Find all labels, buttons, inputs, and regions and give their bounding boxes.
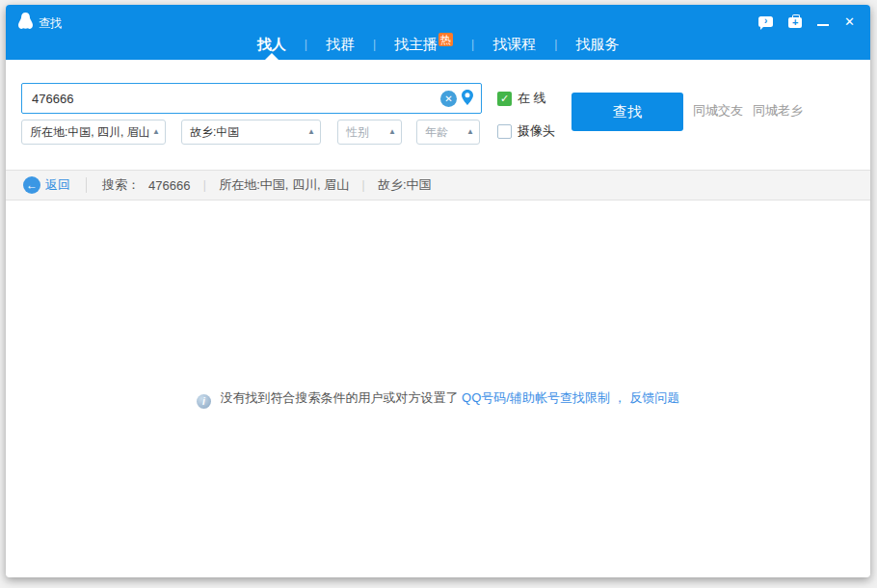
feedback-icon[interactable]: › bbox=[758, 16, 773, 27]
summary-location: 所在地:中国, 四川, 眉山 bbox=[219, 176, 349, 194]
close-icon[interactable]: ✕ bbox=[844, 14, 855, 29]
online-checkbox-label: 在 线 bbox=[518, 90, 546, 107]
checkbox-checked-icon[interactable]: ✓ bbox=[497, 92, 512, 106]
summary-label: 搜索： bbox=[102, 176, 140, 194]
vertical-divider bbox=[86, 177, 87, 193]
dropdown-arrow-icon: ▲ bbox=[388, 120, 396, 144]
minimize-icon[interactable] bbox=[817, 16, 829, 26]
empty-text: 没有找到符合搜索条件的用户或对方设置了 bbox=[220, 390, 458, 405]
summary-divider: ｜ bbox=[199, 177, 210, 194]
empty-result-message: i 没有找到符合搜索条件的用户或对方设置了 QQ号码/辅助帐号查找限制 ， 反馈… bbox=[6, 389, 870, 409]
camera-checkbox-label: 摄像头 bbox=[518, 122, 555, 140]
back-arrow-icon: ← bbox=[23, 176, 40, 194]
titlebar: 查找 › + ✕ 找人 | 找群 | 找主播热 | 找 bbox=[6, 5, 870, 60]
active-tab-notch bbox=[265, 53, 279, 60]
summary-hometown: 故乡:中国 bbox=[378, 176, 432, 194]
comma: ， bbox=[614, 390, 626, 405]
dropdown-arrow-icon: ▲ bbox=[307, 120, 315, 144]
location-dropdown[interactable]: 所在地:中国, 四川, 眉山 ▲ bbox=[21, 120, 166, 145]
same-city-friends-link[interactable]: 同城交友 bbox=[693, 102, 743, 120]
tab-find-people[interactable]: 找人 bbox=[257, 30, 286, 60]
age-dropdown[interactable]: 年龄 ▲ bbox=[416, 120, 480, 145]
find-window: 查找 › + ✕ 找人 | 找群 | 找主播热 | 找 bbox=[6, 5, 870, 577]
toolbox-add-icon[interactable]: + bbox=[788, 14, 802, 28]
tab-separator: | bbox=[373, 31, 376, 59]
info-icon: i bbox=[197, 394, 211, 409]
hot-badge: 热 bbox=[438, 33, 453, 46]
back-button[interactable]: ← 返回 bbox=[23, 176, 70, 194]
online-checkbox[interactable]: ✓ 在 线 bbox=[497, 90, 546, 107]
search-summary: 搜索： 476666 ｜ 所在地:中国, 四川, 眉山 ｜ 故乡:中国 bbox=[102, 176, 432, 194]
back-label: 返回 bbox=[45, 176, 70, 194]
tab-find-group[interactable]: 找群 bbox=[326, 30, 355, 60]
checkbox-unchecked-icon[interactable] bbox=[497, 124, 512, 139]
city-links: 同城交友 同城老乡 bbox=[693, 102, 803, 120]
gender-dropdown[interactable]: 性别 ▲ bbox=[337, 120, 402, 145]
summary-divider: ｜ bbox=[358, 177, 369, 194]
tab-find-course[interactable]: 找课程 bbox=[492, 30, 536, 60]
camera-checkbox[interactable]: 摄像头 bbox=[497, 122, 555, 140]
feedback-link[interactable]: 反馈问题 bbox=[629, 390, 679, 405]
hometown-dropdown[interactable]: 故乡:中国 ▲ bbox=[181, 120, 321, 145]
result-bar: ← 返回 搜索： 476666 ｜ 所在地:中国, 四川, 眉山 ｜ 故乡:中国 bbox=[6, 170, 870, 200]
tab-bar: 找人 | 找群 | 找主播热 | 找课程 | 找服务 bbox=[6, 30, 870, 60]
tab-find-streamer[interactable]: 找主播热 bbox=[394, 30, 453, 60]
location-pin-icon[interactable] bbox=[462, 90, 473, 109]
results-area: i 没有找到符合搜索条件的用户或对方设置了 QQ号码/辅助帐号查找限制 ， 反馈… bbox=[6, 200, 870, 575]
tab-separator: | bbox=[305, 31, 307, 59]
tab-separator: | bbox=[471, 31, 474, 59]
window-controls: › + ✕ bbox=[758, 13, 855, 29]
summary-query: 476666 bbox=[148, 178, 190, 193]
tab-find-service[interactable]: 找服务 bbox=[575, 30, 619, 60]
restriction-link[interactable]: QQ号码/辅助帐号查找限制 bbox=[462, 390, 610, 405]
dropdown-arrow-icon: ▲ bbox=[152, 120, 160, 144]
clear-input-icon[interactable]: ✕ bbox=[440, 91, 457, 107]
dropdown-arrow-icon: ▲ bbox=[466, 120, 474, 144]
search-panel: ✕ ✓ 在 线 摄像头 查找 同城交友 同城老乡 所在地:中国, 四川, 眉山 … bbox=[6, 60, 870, 170]
search-input[interactable] bbox=[21, 83, 482, 114]
same-city-hometown-link[interactable]: 同城老乡 bbox=[753, 102, 803, 120]
tab-separator: | bbox=[554, 31, 557, 59]
search-button[interactable]: 查找 bbox=[571, 93, 683, 131]
